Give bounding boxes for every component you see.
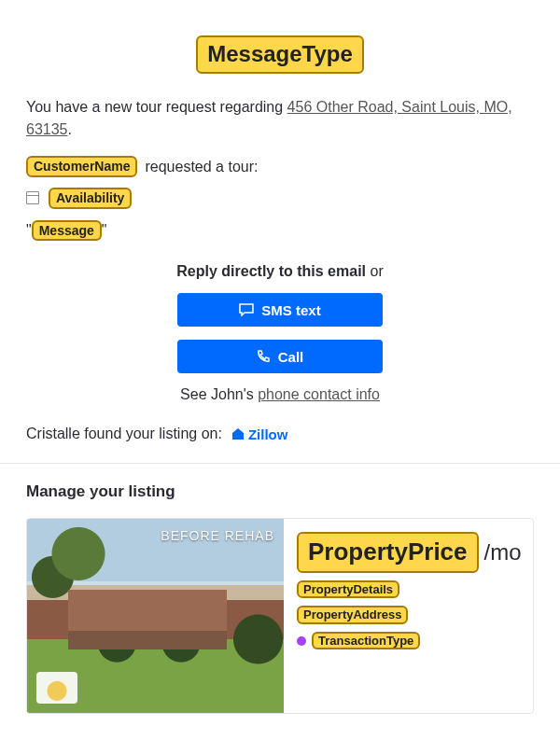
status-dot-icon (297, 636, 306, 646)
reply-strong: Reply directly to this email (176, 263, 366, 279)
reply-instruction: Reply directly to this email or (26, 263, 534, 280)
intro-suffix: . (68, 121, 72, 137)
zillow-house-icon (231, 427, 245, 440)
property-details-placeholder: PropertyDetails (297, 580, 399, 599)
contact-info-line: See John's phone contact info (26, 386, 534, 403)
calendar-icon (26, 191, 39, 204)
reply-or: or (366, 263, 384, 279)
zillow-brand-text: Zillow (248, 426, 288, 442)
chat-icon (239, 303, 254, 316)
availability-placeholder: Availability (49, 188, 132, 209)
contact-prefix: See John's (180, 386, 258, 402)
sms-text-button[interactable]: SMS text (177, 293, 383, 327)
message-type-placeholder: MessageType (196, 35, 364, 74)
found-on-line: Cristalle found your listing on: Zillow (26, 426, 534, 442)
phone-icon (257, 350, 271, 364)
zillow-logo[interactable]: Zillow (231, 426, 288, 442)
call-button[interactable]: Call (177, 340, 383, 373)
email-title: MessageType (26, 35, 534, 74)
availability-line: Availability (26, 188, 534, 209)
call-button-label: Call (278, 349, 304, 365)
message-line: "Message" (26, 220, 534, 242)
price-row: PropertyPrice /mo (297, 532, 522, 572)
transaction-type-placeholder: TransactionType (312, 632, 420, 650)
sms-button-label: SMS text (261, 302, 320, 318)
requester-line: CustomerName requested a tour: (26, 156, 534, 178)
price-suffix: /mo (484, 539, 522, 565)
listing-card[interactable]: BEFORE REHAB PropertyPrice /mo PropertyD… (26, 518, 534, 714)
intro-paragraph: You have a new tour request regarding 45… (26, 96, 534, 141)
property-address-placeholder: PropertyAddress (297, 606, 408, 624)
photo-overlay-text: BEFORE REHAB (161, 528, 274, 543)
requested-tour-text: requested a tour: (145, 156, 258, 178)
message-placeholder: Message (32, 220, 102, 242)
listing-photo: BEFORE REHAB (27, 519, 284, 713)
intro-prefix: You have a new tour request regarding (26, 99, 287, 115)
listing-meta: PropertyPrice /mo PropertyDetails Proper… (284, 519, 534, 713)
manage-listing-heading: Manage your listing (26, 482, 534, 501)
property-price-placeholder: PropertyPrice (297, 532, 479, 572)
transaction-row: TransactionType (297, 632, 420, 650)
watermark-badge (36, 672, 77, 704)
phone-contact-link[interactable]: phone contact info (258, 386, 380, 402)
found-on-text: Cristalle found your listing on: (26, 426, 222, 442)
customer-name-placeholder: CustomerName (26, 156, 137, 177)
